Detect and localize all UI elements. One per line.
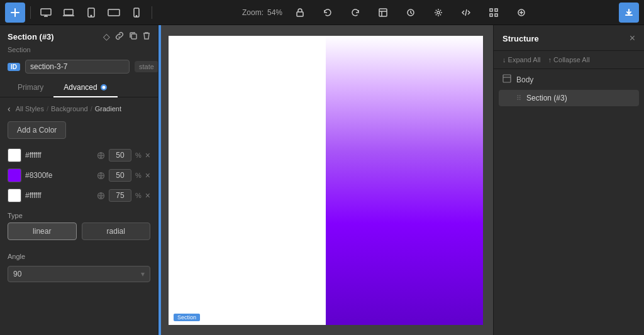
color-swatch-3[interactable] bbox=[8, 189, 21, 202]
tab-row: Primary Advanced bbox=[0, 79, 158, 97]
add-button[interactable] bbox=[5, 3, 25, 23]
close-btn[interactable]: × bbox=[630, 33, 635, 44]
state-label[interactable]: state bbox=[135, 61, 158, 72]
desktop-view-btn[interactable] bbox=[36, 3, 56, 23]
canvas-left-half bbox=[169, 36, 326, 325]
breadcrumb-gradient: Gradient bbox=[95, 105, 121, 113]
canvas-area[interactable]: Section bbox=[158, 25, 493, 335]
delete-icon[interactable] bbox=[143, 31, 150, 42]
history-btn[interactable] bbox=[401, 3, 421, 23]
structure-section-row[interactable]: ⠿ Section (#3) bbox=[499, 90, 639, 106]
color-label-2: #8300fe bbox=[25, 171, 93, 180]
svg-point-6 bbox=[136, 15, 136, 16]
id-row: ID state bbox=[0, 57, 158, 79]
type-linear-btn[interactable]: linear bbox=[8, 222, 77, 240]
svg-point-3 bbox=[91, 15, 92, 16]
canvas-inner[interactable]: Section bbox=[169, 36, 483, 325]
add-color-button[interactable]: Add a Color bbox=[8, 121, 66, 139]
body-label: Body bbox=[516, 75, 533, 84]
tablet-view-btn[interactable] bbox=[81, 3, 101, 23]
canvas-section-label: Section bbox=[174, 314, 200, 321]
mobile-view-btn[interactable] bbox=[126, 3, 147, 23]
breadcrumb-sep-1: / bbox=[47, 105, 48, 113]
structure-body-row: Body bbox=[494, 69, 644, 90]
stop-value-2[interactable] bbox=[109, 169, 131, 182]
expand-all-btn[interactable]: ↓ Expand All bbox=[502, 56, 541, 63]
layout-btn[interactable] bbox=[373, 3, 393, 23]
svg-rect-0 bbox=[41, 9, 51, 15]
svg-rect-1 bbox=[64, 9, 73, 15]
laptop-view-btn[interactable] bbox=[58, 3, 79, 23]
stop-value-1[interactable] bbox=[109, 149, 131, 162]
body-icon bbox=[502, 74, 511, 85]
color-label-1: #ffffff bbox=[25, 151, 93, 160]
global-icon-3[interactable] bbox=[97, 192, 105, 200]
id-badge: ID bbox=[8, 63, 20, 71]
color-swatch-2[interactable] bbox=[8, 168, 21, 182]
color-label-3: #ffffff bbox=[25, 191, 93, 200]
angle-stepper[interactable]: ▾ bbox=[141, 270, 145, 278]
svg-rect-18 bbox=[503, 75, 511, 82]
left-panel: Section (#3) ◇ Section ID state Primary bbox=[0, 25, 158, 335]
svg-rect-7 bbox=[297, 12, 303, 16]
section-label: Section (#3) bbox=[526, 94, 567, 102]
redo-btn[interactable] bbox=[345, 3, 365, 23]
remove-stop-2[interactable]: × bbox=[145, 170, 150, 180]
angle-row: ▾ bbox=[0, 263, 158, 288]
connect-icon[interactable]: ◇ bbox=[103, 31, 110, 42]
toolbar-separator-1 bbox=[30, 6, 31, 19]
color-stop-row-3: #ffffff % × bbox=[0, 185, 158, 206]
pct-label-2: % bbox=[135, 172, 142, 179]
download-btn[interactable] bbox=[619, 3, 639, 23]
top-toolbar: Zoom: 54% bbox=[0, 0, 644, 25]
stop-value-3[interactable] bbox=[109, 189, 131, 202]
undo-btn[interactable] bbox=[318, 3, 338, 23]
svg-rect-4 bbox=[108, 9, 119, 16]
global-icon-1[interactable] bbox=[97, 151, 105, 160]
toolbar-separator-2 bbox=[152, 6, 152, 19]
breadcrumb: ‹ All Styles / Background / Gradient bbox=[0, 97, 158, 119]
toolbar-right bbox=[619, 3, 639, 23]
svg-rect-8 bbox=[379, 9, 387, 16]
main-area: Section (#3) ◇ Section ID state Primary bbox=[0, 25, 644, 335]
panel-header-icons: ◇ bbox=[103, 31, 150, 42]
wide-view-btn[interactable] bbox=[104, 3, 124, 23]
tab-advanced[interactable]: Advanced bbox=[53, 79, 117, 97]
nav-btn[interactable] bbox=[511, 3, 531, 23]
angle-section-label: Angle bbox=[0, 246, 158, 263]
code-btn[interactable] bbox=[456, 3, 476, 23]
lock-btn[interactable] bbox=[290, 3, 310, 23]
collapse-all-btn[interactable]: ↑ Collapse All bbox=[548, 56, 590, 63]
zoom-control: Zoom: 54% bbox=[242, 8, 282, 17]
duplicate-icon[interactable] bbox=[129, 31, 138, 42]
svg-point-10 bbox=[437, 11, 440, 14]
global-icon-2[interactable] bbox=[97, 172, 105, 180]
svg-point-14 bbox=[102, 86, 105, 89]
id-input[interactable] bbox=[25, 60, 130, 74]
color-swatch-1[interactable] bbox=[8, 148, 21, 162]
structure-title: Structure bbox=[502, 34, 539, 43]
breadcrumb-background[interactable]: Background bbox=[51, 105, 88, 113]
color-stop-row-1: #ffffff % × bbox=[0, 145, 158, 165]
link-icon[interactable] bbox=[115, 31, 124, 42]
color-stop-row-2: #8300fe % × bbox=[0, 165, 158, 185]
type-section-label: Type bbox=[0, 206, 158, 222]
breadcrumb-all-styles[interactable]: All Styles bbox=[16, 105, 44, 113]
remove-stop-1[interactable]: × bbox=[145, 150, 150, 160]
settings-btn[interactable] bbox=[428, 3, 448, 23]
back-arrow[interactable]: ‹ bbox=[8, 104, 11, 114]
remove-stop-3[interactable]: × bbox=[145, 190, 150, 200]
zoom-value[interactable]: 54% bbox=[267, 8, 282, 17]
panel-title: Section (#3) bbox=[8, 32, 54, 41]
left-edge-indicator bbox=[158, 25, 161, 335]
pct-label-1: % bbox=[135, 151, 142, 159]
angle-input[interactable] bbox=[13, 270, 141, 278]
grid-btn[interactable] bbox=[484, 3, 504, 23]
canvas-right-half bbox=[326, 36, 483, 325]
type-radial-btn[interactable]: radial bbox=[82, 222, 151, 240]
drag-handle-icon: ⠿ bbox=[516, 94, 521, 102]
panel-subtitle: Section bbox=[0, 46, 158, 57]
angle-input-wrap: ▾ bbox=[8, 266, 150, 282]
tab-primary[interactable]: Primary bbox=[8, 79, 53, 97]
zoom-label: Zoom: bbox=[242, 8, 264, 17]
